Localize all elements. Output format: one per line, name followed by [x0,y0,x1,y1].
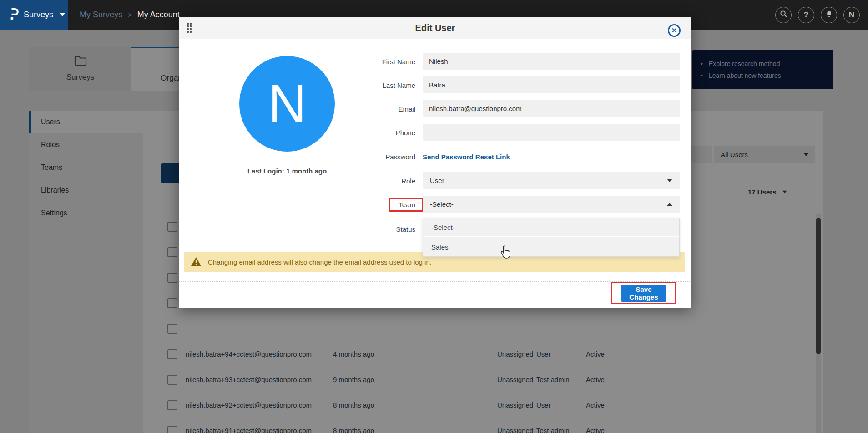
notifications-button[interactable] [821,7,837,23]
status-label: Status [343,225,415,233]
team-value: -Select- [430,200,454,208]
user-avatar: N [239,56,335,152]
annotation-highlight-team [389,198,423,212]
chevron-down-icon [60,13,65,16]
drag-handle-icon[interactable] [187,23,193,34]
app-menu[interactable]: Surveys [0,0,68,30]
team-option-select[interactable]: -Select- [423,218,679,237]
modal-title: Edit User [179,17,691,39]
last-name-input[interactable] [423,76,680,93]
send-password-reset-link[interactable]: Send Password Reset Link [423,153,510,161]
help-button[interactable]: ? [798,7,814,23]
role-value: User [430,177,444,184]
email-label: Email [343,105,415,113]
avatar-initial: N [849,10,854,20]
questionpro-logo-icon [9,7,19,23]
search-icon [780,10,787,20]
search-button[interactable] [775,7,792,23]
first-name-input[interactable] [423,53,680,70]
email-input[interactable] [423,100,680,117]
mouse-cursor [499,245,511,261]
app-menu-label: Surveys [24,10,53,20]
chevron-down-icon [667,179,672,182]
role-label: Role [343,177,415,185]
breadcrumb: My Surveys > My Account [80,0,180,30]
first-name-label: First Name [343,58,415,66]
modal-header: Edit User ✕ [179,17,691,39]
chevron-up-icon [667,203,672,206]
warning-text: Changing email address will also change … [208,258,432,266]
save-changes-button[interactable]: Save Changes [621,285,666,302]
close-icon[interactable]: ✕ [668,24,681,37]
avatar-initial: N [267,73,306,135]
help-icon: ? [804,10,808,20]
team-dropdown-panel: -Select- Sales [423,218,680,257]
last-name-label: Last Name [343,82,415,89]
role-select[interactable]: User [423,172,680,189]
last-login-label: Last Login: 1 month ago [205,167,369,175]
team-select[interactable]: -Select- [423,196,680,213]
phone-label: Phone [343,129,415,137]
phone-input[interactable] [423,124,680,141]
breadcrumb-my-account: My Account [137,10,180,20]
password-label: Password [343,153,415,161]
user-avatar-button[interactable]: N [843,7,860,23]
warning-icon [191,257,202,268]
navbar-actions: ? N [775,0,860,30]
edit-user-modal: Edit User ✕ N Last Login: 1 month ago Fi… [179,17,691,308]
team-option-sales[interactable]: Sales [423,237,679,256]
breadcrumb-separator: > [128,11,132,19]
breadcrumb-my-surveys[interactable]: My Surveys [80,10,122,20]
bell-icon [825,10,833,20]
